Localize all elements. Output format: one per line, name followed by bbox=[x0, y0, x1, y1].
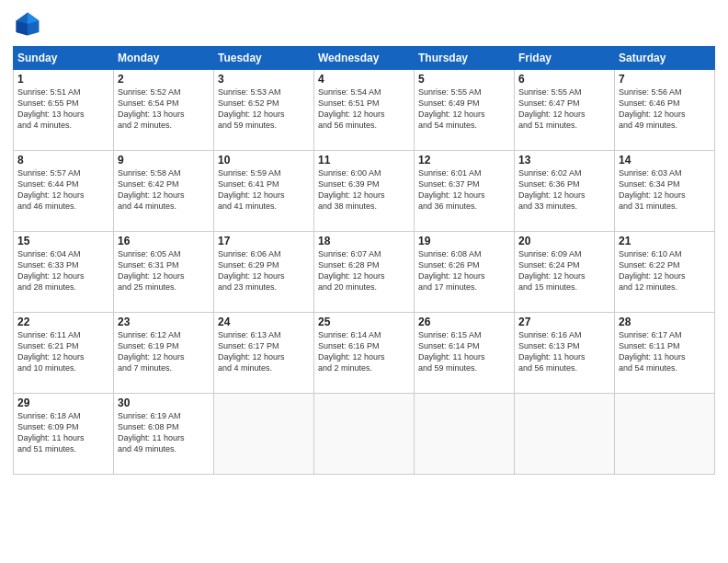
calendar-week-row: 8Sunrise: 5:57 AM Sunset: 6:44 PM Daylig… bbox=[14, 151, 715, 232]
day-number: 6 bbox=[518, 73, 610, 86]
calendar-cell: 16Sunrise: 6:05 AM Sunset: 6:31 PM Dayli… bbox=[114, 232, 214, 313]
day-number: 4 bbox=[318, 73, 410, 86]
calendar-week-row: 29Sunrise: 6:18 AM Sunset: 6:09 PM Dayli… bbox=[14, 394, 715, 475]
day-info: Sunrise: 6:10 AM Sunset: 6:22 PM Dayligh… bbox=[619, 248, 711, 293]
calendar-cell: 27Sunrise: 6:16 AM Sunset: 6:13 PM Dayli… bbox=[515, 313, 615, 394]
calendar-cell: 8Sunrise: 5:57 AM Sunset: 6:44 PM Daylig… bbox=[14, 151, 114, 232]
day-header-thursday: Thursday bbox=[415, 47, 515, 70]
day-info: Sunrise: 6:11 AM Sunset: 6:21 PM Dayligh… bbox=[17, 329, 109, 374]
day-info: Sunrise: 6:13 AM Sunset: 6:17 PM Dayligh… bbox=[218, 329, 310, 374]
calendar-cell: 1Sunrise: 5:51 AM Sunset: 6:55 PM Daylig… bbox=[14, 70, 114, 151]
day-header-saturday: Saturday bbox=[615, 47, 715, 70]
day-number: 18 bbox=[318, 235, 410, 247]
calendar-cell: 29Sunrise: 6:18 AM Sunset: 6:09 PM Dayli… bbox=[14, 394, 114, 475]
header bbox=[13, 9, 715, 39]
calendar-week-row: 22Sunrise: 6:11 AM Sunset: 6:21 PM Dayli… bbox=[14, 313, 715, 394]
calendar-cell: 2Sunrise: 5:52 AM Sunset: 6:54 PM Daylig… bbox=[114, 70, 214, 151]
calendar-cell: 10Sunrise: 5:59 AM Sunset: 6:41 PM Dayli… bbox=[214, 151, 314, 232]
calendar-cell: 22Sunrise: 6:11 AM Sunset: 6:21 PM Dayli… bbox=[14, 313, 114, 394]
day-info: Sunrise: 6:19 AM Sunset: 6:08 PM Dayligh… bbox=[118, 410, 210, 455]
logo-icon bbox=[13, 9, 42, 39]
calendar-week-row: 1Sunrise: 5:51 AM Sunset: 6:55 PM Daylig… bbox=[14, 70, 715, 151]
day-info: Sunrise: 5:55 AM Sunset: 6:49 PM Dayligh… bbox=[418, 86, 510, 132]
calendar-cell: 4Sunrise: 5:54 AM Sunset: 6:51 PM Daylig… bbox=[314, 70, 415, 151]
day-number: 16 bbox=[118, 235, 210, 247]
day-info: Sunrise: 6:17 AM Sunset: 6:11 PM Dayligh… bbox=[619, 329, 711, 374]
day-number: 3 bbox=[218, 73, 310, 86]
day-info: Sunrise: 5:58 AM Sunset: 6:42 PM Dayligh… bbox=[118, 167, 210, 213]
day-info: Sunrise: 6:05 AM Sunset: 6:31 PM Dayligh… bbox=[118, 248, 210, 293]
day-info: Sunrise: 6:18 AM Sunset: 6:09 PM Dayligh… bbox=[17, 410, 109, 455]
calendar-table: SundayMondayTuesdayWednesdayThursdayFrid… bbox=[13, 46, 715, 475]
day-info: Sunrise: 5:59 AM Sunset: 6:41 PM Dayligh… bbox=[218, 167, 310, 213]
day-number: 13 bbox=[518, 154, 610, 167]
calendar-cell bbox=[415, 394, 515, 475]
calendar-week-row: 15Sunrise: 6:04 AM Sunset: 6:33 PM Dayli… bbox=[14, 232, 715, 313]
day-number: 22 bbox=[17, 316, 109, 328]
calendar-cell bbox=[314, 394, 415, 475]
calendar-cell bbox=[515, 394, 615, 475]
calendar-cell: 14Sunrise: 6:03 AM Sunset: 6:34 PM Dayli… bbox=[615, 151, 715, 232]
day-info: Sunrise: 6:07 AM Sunset: 6:28 PM Dayligh… bbox=[318, 248, 410, 293]
day-number: 2 bbox=[118, 73, 210, 86]
calendar-cell: 15Sunrise: 6:04 AM Sunset: 6:33 PM Dayli… bbox=[14, 232, 114, 313]
calendar-cell: 9Sunrise: 5:58 AM Sunset: 6:42 PM Daylig… bbox=[114, 151, 214, 232]
calendar-cell: 19Sunrise: 6:08 AM Sunset: 6:26 PM Dayli… bbox=[415, 232, 515, 313]
calendar-cell: 7Sunrise: 5:56 AM Sunset: 6:46 PM Daylig… bbox=[615, 70, 715, 151]
calendar-cell: 24Sunrise: 6:13 AM Sunset: 6:17 PM Dayli… bbox=[214, 313, 314, 394]
day-info: Sunrise: 5:54 AM Sunset: 6:51 PM Dayligh… bbox=[318, 86, 410, 132]
calendar-cell: 30Sunrise: 6:19 AM Sunset: 6:08 PM Dayli… bbox=[114, 394, 214, 475]
calendar-header-row: SundayMondayTuesdayWednesdayThursdayFrid… bbox=[14, 47, 715, 70]
day-info: Sunrise: 6:09 AM Sunset: 6:24 PM Dayligh… bbox=[518, 248, 610, 293]
day-number: 15 bbox=[17, 235, 109, 247]
day-info: Sunrise: 5:51 AM Sunset: 6:55 PM Dayligh… bbox=[17, 86, 109, 132]
day-number: 8 bbox=[17, 154, 109, 167]
day-number: 23 bbox=[118, 316, 210, 328]
day-info: Sunrise: 6:08 AM Sunset: 6:26 PM Dayligh… bbox=[418, 248, 510, 293]
day-number: 1 bbox=[17, 73, 109, 86]
day-header-sunday: Sunday bbox=[14, 47, 114, 70]
day-number: 9 bbox=[118, 154, 210, 167]
calendar-page: SundayMondayTuesdayWednesdayThursdayFrid… bbox=[0, 0, 728, 563]
day-number: 27 bbox=[518, 316, 610, 328]
calendar-cell: 6Sunrise: 5:55 AM Sunset: 6:47 PM Daylig… bbox=[515, 70, 615, 151]
day-info: Sunrise: 6:03 AM Sunset: 6:34 PM Dayligh… bbox=[619, 167, 711, 213]
calendar-cell: 25Sunrise: 6:14 AM Sunset: 6:16 PM Dayli… bbox=[314, 313, 415, 394]
day-info: Sunrise: 6:06 AM Sunset: 6:29 PM Dayligh… bbox=[218, 248, 310, 293]
day-number: 5 bbox=[418, 73, 510, 86]
calendar-cell: 28Sunrise: 6:17 AM Sunset: 6:11 PM Dayli… bbox=[615, 313, 715, 394]
day-number: 26 bbox=[418, 316, 510, 328]
calendar-cell: 5Sunrise: 5:55 AM Sunset: 6:49 PM Daylig… bbox=[415, 70, 515, 151]
day-header-monday: Monday bbox=[114, 47, 214, 70]
calendar-cell: 13Sunrise: 6:02 AM Sunset: 6:36 PM Dayli… bbox=[515, 151, 615, 232]
day-number: 11 bbox=[318, 154, 410, 167]
day-info: Sunrise: 6:16 AM Sunset: 6:13 PM Dayligh… bbox=[518, 329, 610, 374]
day-info: Sunrise: 6:00 AM Sunset: 6:39 PM Dayligh… bbox=[318, 167, 410, 213]
calendar-cell: 20Sunrise: 6:09 AM Sunset: 6:24 PM Dayli… bbox=[515, 232, 615, 313]
day-info: Sunrise: 5:53 AM Sunset: 6:52 PM Dayligh… bbox=[218, 86, 310, 132]
calendar-cell: 12Sunrise: 6:01 AM Sunset: 6:37 PM Dayli… bbox=[415, 151, 515, 232]
calendar-cell bbox=[214, 394, 314, 475]
calendar-cell: 26Sunrise: 6:15 AM Sunset: 6:14 PM Dayli… bbox=[415, 313, 515, 394]
day-number: 12 bbox=[418, 154, 510, 167]
day-header-tuesday: Tuesday bbox=[214, 47, 314, 70]
day-number: 14 bbox=[619, 154, 711, 167]
day-info: Sunrise: 5:57 AM Sunset: 6:44 PM Dayligh… bbox=[17, 167, 109, 213]
day-info: Sunrise: 5:56 AM Sunset: 6:46 PM Dayligh… bbox=[619, 86, 711, 132]
day-number: 20 bbox=[518, 235, 610, 247]
logo bbox=[13, 9, 44, 39]
day-info: Sunrise: 6:14 AM Sunset: 6:16 PM Dayligh… bbox=[318, 329, 410, 374]
day-number: 21 bbox=[619, 235, 711, 247]
day-info: Sunrise: 6:04 AM Sunset: 6:33 PM Dayligh… bbox=[17, 248, 109, 293]
day-header-wednesday: Wednesday bbox=[314, 47, 415, 70]
day-number: 19 bbox=[418, 235, 510, 247]
day-info: Sunrise: 5:52 AM Sunset: 6:54 PM Dayligh… bbox=[118, 86, 210, 132]
day-header-friday: Friday bbox=[515, 47, 615, 70]
calendar-cell: 17Sunrise: 6:06 AM Sunset: 6:29 PM Dayli… bbox=[214, 232, 314, 313]
day-info: Sunrise: 6:15 AM Sunset: 6:14 PM Dayligh… bbox=[418, 329, 510, 374]
calendar-cell: 23Sunrise: 6:12 AM Sunset: 6:19 PM Dayli… bbox=[114, 313, 214, 394]
calendar-cell: 11Sunrise: 6:00 AM Sunset: 6:39 PM Dayli… bbox=[314, 151, 415, 232]
day-number: 7 bbox=[619, 73, 711, 86]
calendar-cell: 21Sunrise: 6:10 AM Sunset: 6:22 PM Dayli… bbox=[615, 232, 715, 313]
day-number: 17 bbox=[218, 235, 310, 247]
